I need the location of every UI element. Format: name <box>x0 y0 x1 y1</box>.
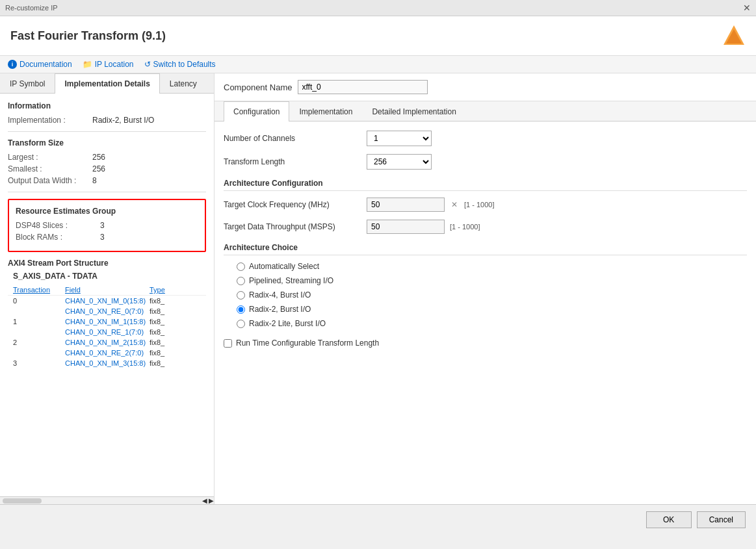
right-panel: Component Name Configuration Implementat… <box>215 73 756 504</box>
s-axis-data-title: S_AXIS_DATA - TDATA <box>8 272 206 281</box>
axi-section-title: AXI4 Stream Port Structure <box>8 259 206 268</box>
tab-impl-details[interactable]: Implementation Details <box>55 73 159 94</box>
resource-estimates-title: Resource Estimates Group <box>16 207 198 216</box>
col-header-transaction[interactable]: Transaction <box>13 286 65 294</box>
close-icon[interactable]: ✕ <box>743 3 751 13</box>
radio-radix2lite[interactable]: Radix-2 Lite, Burst I/O <box>237 319 747 328</box>
radio-radix4[interactable]: Radix-4, Burst I/O <box>237 290 747 300</box>
tab-latency[interactable]: Latency <box>160 73 207 94</box>
footer: OK Cancel <box>0 504 756 535</box>
cancel-button[interactable]: Cancel <box>697 511 746 528</box>
radio-group: Automatically Select Pipelined, Streamin… <box>237 262 747 328</box>
tab-ip-symbol[interactable]: IP Symbol <box>0 73 55 94</box>
row-3-type: fix8_ <box>150 328 201 336</box>
page-title: Fast Fourier Transform (9.1) <box>10 29 166 43</box>
arch-choice-title: Architecture Choice <box>224 243 747 255</box>
largest-value: 256 <box>92 153 105 162</box>
row-0-transaction: 0 <box>13 297 65 305</box>
output-data-width-value: 8 <box>92 176 97 185</box>
target-throughput-label: Target Data Throughput (MSPS) <box>224 222 367 231</box>
tab-configuration[interactable]: Configuration <box>224 101 289 121</box>
target-clock-clear-btn[interactable]: ✕ <box>450 200 459 209</box>
table-row: 2 CHAN_0_XN_IM_2(15:8) fix8_ <box>8 337 206 348</box>
row-2-field: CHAN_0_XN_IM_1(15:8) <box>65 318 150 326</box>
ip-location-label: IP Location <box>95 60 134 69</box>
transform-length-select[interactable]: 256 512 1024 <box>367 154 432 170</box>
transform-length-label: Transform Length <box>224 157 367 166</box>
toolbar: i Documentation 📁 IP Location ↺ Switch t… <box>0 56 756 73</box>
component-name-label: Component Name <box>224 83 293 92</box>
dsp48-value: 3 <box>100 221 105 230</box>
row-1-type: fix8_ <box>150 307 201 315</box>
left-tab-bar: IP Symbol Implementation Details Latency <box>0 73 214 94</box>
scroll-left-btn[interactable]: ◀ <box>202 497 207 504</box>
smallest-label: Smallest : <box>8 164 92 173</box>
radio-auto-input[interactable] <box>237 262 245 271</box>
content-area: IP Symbol Implementation Details Latency… <box>0 73 756 504</box>
scroll-right-btn[interactable]: ▶ <box>209 497 214 504</box>
row-4-type: fix8_ <box>150 338 201 346</box>
target-throughput-input-group: [1 - 1000] <box>367 220 480 234</box>
dsp48-row: DSP48 Slices : 3 <box>16 221 198 230</box>
table-header: Transaction Field Type <box>8 285 206 296</box>
row-3-field: CHAN_0_XN_RE_1(7:0) <box>65 328 150 336</box>
table-row: 3 CHAN_0_XN_IM_3(15:8) fix8_ <box>8 358 206 368</box>
row-4-transaction: 2 <box>13 338 65 346</box>
target-throughput-range: [1 - 1000] <box>450 223 480 231</box>
channels-select[interactable]: 1 2 4 8 <box>367 131 432 146</box>
col-header-field[interactable]: Field <box>65 286 150 294</box>
ok-button[interactable]: OK <box>646 511 692 528</box>
transform-size-title: Transform Size <box>8 138 206 147</box>
runtime-checkbox[interactable] <box>224 339 232 348</box>
runtime-checkbox-row: Run Time Configurable Transform Length <box>224 338 747 348</box>
main-header: Fast Fourier Transform (9.1) <box>0 16 756 56</box>
title-bar-text: Re-customize IP <box>5 4 58 12</box>
channels-row: Number of Channels 1 2 4 8 <box>224 131 747 146</box>
table-row: CHAN_0_XN_RE_0(7:0) fix8_ <box>8 306 206 316</box>
radio-radix2[interactable]: Radix-2, Burst I/O <box>237 305 747 314</box>
radio-pipelined[interactable]: Pipelined, Streaming I/O <box>237 276 747 285</box>
dsp48-label: DSP48 Slices : <box>16 221 100 230</box>
tab-detailed-impl[interactable]: Detailed Implementation <box>362 101 465 121</box>
ip-location-link[interactable]: 📁 IP Location <box>83 60 134 69</box>
table-row: 1 CHAN_0_XN_IM_1(15:8) fix8_ <box>8 316 206 327</box>
output-data-width-label: Output Data Width : <box>8 176 92 185</box>
radio-auto-label: Automatically Select <box>249 262 319 271</box>
switch-defaults-link[interactable]: ↺ Switch to Defaults <box>144 60 216 69</box>
block-rams-label: Block RAMs : <box>16 233 100 242</box>
radio-radix2-input[interactable] <box>237 305 245 314</box>
radio-radix2lite-input[interactable] <box>237 320 245 328</box>
left-content: Information Implementation : Radix-2, Bu… <box>0 94 214 496</box>
radio-pipelined-input[interactable] <box>237 277 245 285</box>
implementation-value: Radix-2, Burst I/O <box>92 116 154 125</box>
divider-1 <box>8 131 206 132</box>
tab-implementation[interactable]: Implementation <box>289 101 362 121</box>
col-header-type[interactable]: Type <box>150 286 201 294</box>
radio-radix4-input[interactable] <box>237 291 245 300</box>
arch-config-title: Architecture Configuration <box>224 179 747 191</box>
target-throughput-input[interactable] <box>367 220 445 234</box>
target-throughput-row: Target Data Throughput (MSPS) [1 - 1000] <box>224 220 747 234</box>
left-panel-scrollbar-h[interactable]: ◀ ▶ <box>0 496 214 504</box>
table-row: CHAN_0_XN_RE_1(7:0) fix8_ <box>8 327 206 337</box>
radio-pipelined-label: Pipelined, Streaming I/O <box>249 276 333 285</box>
row-6-transaction: 3 <box>13 359 65 367</box>
radio-radix4-label: Radix-4, Burst I/O <box>249 290 311 300</box>
documentation-link[interactable]: i Documentation <box>8 60 72 69</box>
block-rams-row: Block RAMs : 3 <box>16 233 198 242</box>
row-6-type: fix8_ <box>150 359 201 367</box>
smallest-value: 256 <box>92 164 105 173</box>
radio-auto[interactable]: Automatically Select <box>237 262 747 271</box>
title-bar: Re-customize IP ✕ <box>0 0 756 16</box>
right-content: Number of Channels 1 2 4 8 Transform Len… <box>215 121 756 504</box>
target-clock-input[interactable] <box>367 198 445 212</box>
row-5-field: CHAN_0_XN_RE_2(7:0) <box>65 349 150 357</box>
row-2-type: fix8_ <box>150 318 201 326</box>
implementation-label: Implementation : <box>8 116 92 125</box>
row-0-field: CHAN_0_XN_IM_0(15:8) <box>65 297 150 305</box>
output-data-width-row: Output Data Width : 8 <box>8 176 206 185</box>
component-name-input[interactable] <box>298 80 428 94</box>
refresh-icon: ↺ <box>144 60 151 69</box>
row-4-field: CHAN_0_XN_IM_2(15:8) <box>65 338 150 346</box>
smallest-row: Smallest : 256 <box>8 164 206 173</box>
